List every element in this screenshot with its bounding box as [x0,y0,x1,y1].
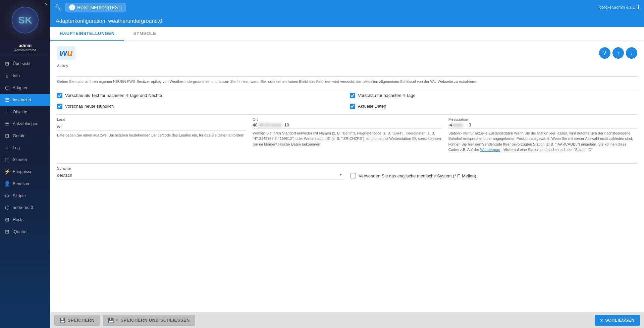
ort-hint: Wählen Sie Ihren Standort entweder mit N… [253,130,441,147]
nav-label-hosts: Hosts [13,217,23,222]
checkbox-item-cb3: Vorschau heute stündlich [57,104,344,109]
nav-icon-szenen: ◫ [4,157,10,163]
nav-icon-uebersicht: ⊞ [4,61,10,67]
close-icon: × [600,318,603,323]
page-title: Adapterkonfiguration: weatherunderground… [56,18,639,27]
version-label: iobroker.admin 4.1.1 [598,5,635,10]
sidebar-logo-area: × SK [0,0,50,40]
tab-haupteinstellungen[interactable]: HAUPTEINSTELLUNGEN [50,27,124,41]
sidebar-item-uebersicht[interactable]: ⊞ Übersicht [0,58,50,70]
save-close-button[interactable]: 💾 × SPEICHERN UND SCHLIESSEN [103,315,195,326]
metric-group: Verwenden Sie das englische metrische Sy… [351,166,637,179]
sprache-label: Sprache [57,166,344,170]
nav-icon-instanzen: ☰ [4,97,10,103]
nav-icon-info: ℹ [4,73,10,79]
nav-label-benutzer: Benutzer [13,181,30,186]
checkbox-item-cb4: Aktuelle Daten [350,104,637,109]
messstation-hint: Station - nur für aktuelle Zustandsdaten… [448,130,637,153]
close-button[interactable]: × SCHLIESSEN [595,315,640,326]
nav-icon-skripte: <> [4,193,10,199]
apikey-hint: Geben Sie optional Ihren eigenen NEUEN P… [57,79,637,85]
content-area: wu ? ↑ ↓ Apikey Geben Sie optional Ihren… [50,41,644,312]
sidebar-item-instanzen[interactable]: ☰ Instanzen [0,94,50,106]
wu-row: wu ? ↑ ↓ [57,46,637,60]
nav-icon-benutzer: 👤 [4,181,10,187]
page-header: Adapterkonfiguration: weatherunderground… [50,15,644,27]
ort-suffix: 10 [284,122,289,127]
nav-label-objekte: Objekte [13,110,27,114]
sidebar-item-adapter[interactable]: ⬡ Adapter [0,82,50,94]
tabs-bar: HAUPTEINSTELLUNGEN SYMBOLE [50,27,644,41]
metric-label: Verwenden Sie das englische metrische Sy… [359,173,476,178]
sprache-group: Sprache deutsch english français español [57,166,344,179]
sidebar-item-iqontrol[interactable]: ⊞ iQontrol [0,226,50,238]
save-close-label: SPEICHERN UND SCHLIESSEN [120,318,190,323]
apikey-input[interactable] [57,69,637,77]
nav-icon-hosts: ⊞ [4,217,10,223]
nav-icon-ereignisse: ⚡ [4,169,10,175]
btn-divider: × [116,318,118,323]
ort-group: Ort 48. 40,14. xxxxx 10 Wählen Sie Ihren… [253,117,441,153]
help-button[interactable]: ? [599,47,610,59]
ort-prefix: 48. [253,122,259,127]
settings-icon: 🔧 [54,4,62,11]
bottom-bar: 💾 SPEICHERN 💾 × SPEICHERN UND SCHLIESSEN… [50,312,644,328]
nav-icon-nodered: ⬡ [4,205,10,211]
sidebar-item-aufzaehlungen[interactable]: ☰ Aufzählungen [0,118,50,130]
sidebar-item-skripte[interactable]: <> Skripte [0,190,50,202]
topbar-info-icon: ℹ [638,4,640,11]
checkbox-cb4[interactable] [350,104,355,109]
nav-label-info: Info [13,73,20,78]
upload-button[interactable]: ↑ [612,47,624,59]
apikey-group: Apikey Geben Sie optional Ihren eigenen … [57,64,637,85]
apikey-label: Apikey [57,64,637,68]
nav-label-skripte: Skripte [13,194,26,198]
messstation-label: Messstation [448,117,637,121]
save-close-icon: 💾 [108,318,114,323]
host-label: HOST MEDION(TEST) [77,5,122,10]
host-button[interactable]: i HOST MEDION(TEST) [65,3,126,12]
sidebar-close-icon[interactable]: × [45,2,48,7]
sidebar-item-info[interactable]: ℹ Info [0,70,50,82]
sidebar-item-nodered[interactable]: ⬡ node-red.0 [0,202,50,214]
nav-label-ereignisse: Ereignisse [13,169,32,174]
checkbox-label-cb3: Vorschau heute stündlich [65,104,114,109]
sidebar-item-objekte[interactable]: ≡ Objekte [0,106,50,118]
ort-label: Ort [253,117,441,121]
tab-symbole[interactable]: SYMBOLE [124,27,166,41]
logo-circle: SK [12,7,39,34]
wundermap-link[interactable]: Wundermap [480,148,500,152]
sidebar-item-benutzer[interactable]: 👤 Benutzer [0,178,50,190]
nav-icon-objekte: ≡ [4,109,10,115]
checkbox-cb2[interactable] [350,93,355,98]
download-button[interactable]: ↓ [626,47,637,59]
sprache-select[interactable]: deutsch english français español [57,171,344,179]
save-button[interactable]: 💾 SPEICHERN [54,315,100,326]
metric-checkbox[interactable] [351,173,356,178]
sidebar-item-ereignisse[interactable]: ⚡ Ereignisse [0,166,50,178]
messstation-prefix: I4 [448,122,452,127]
nav-icon-iqontrol: ⊞ [4,229,10,235]
checkbox-cb1[interactable] [57,93,62,98]
nav-icon-log: ≡ [4,145,10,151]
main-content: 🔧 i HOST MEDION(TEST) iobroker.admin 4.1… [50,0,644,328]
sidebar-item-hosts[interactable]: ⊞ Hosts [0,214,50,226]
nav-label-log: Log [13,146,20,150]
sidebar-item-geraete[interactable]: ⊟ Geräte [0,130,50,142]
topbar-right: iobroker.admin 4.1.1 ℹ [598,4,640,11]
location-fields: Land Bitte geben Sie einen aus zwei Buch… [57,117,637,158]
host-icon: i [69,4,75,10]
checkboxes-grid: Vorschau als Text für nächsten 4 Tage un… [57,93,637,109]
land-input[interactable] [57,122,246,130]
close-label: SCHLIESSEN [605,318,635,323]
sidebar: × SK admin Administrator ⊞ Übersicht ℹ I… [0,0,50,328]
nav-label-adapter: Adapter [13,86,28,90]
nav-label-aufzaehlungen: Aufzählungen [13,121,38,126]
nav-label-nodered: node-red.0 [13,205,33,210]
sidebar-item-szenen[interactable]: ◫ Szenen [0,154,50,166]
sidebar-item-log[interactable]: ≡ Log [0,142,50,154]
sprache-metric-row: Sprache deutsch english français español… [57,166,637,185]
checkbox-cb3[interactable] [57,104,62,109]
sidebar-role: Administrator [0,48,50,52]
wu-logo: wu [57,46,75,60]
